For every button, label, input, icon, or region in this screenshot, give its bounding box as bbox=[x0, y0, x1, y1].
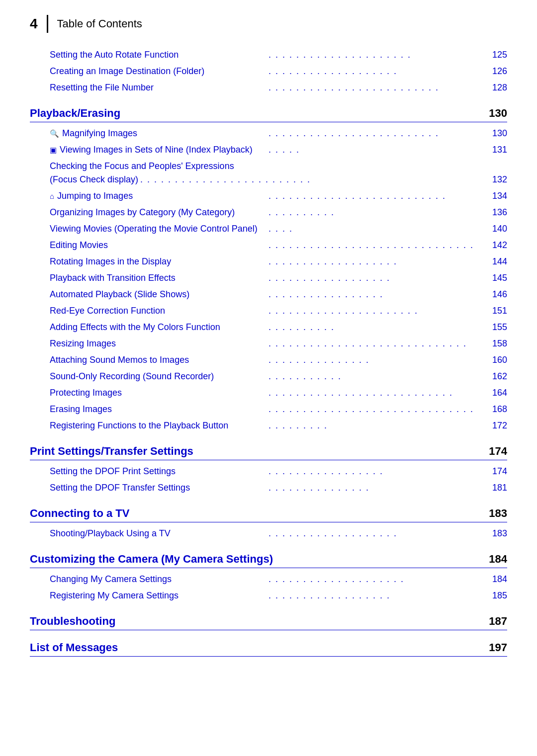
entry-text: Shooting/Playback Using a TV bbox=[50, 527, 267, 540]
dots: . . . . . . . . . . . . . . . . . . bbox=[268, 589, 485, 602]
dots: . . . . . . . . . . . . . . . . . . . . … bbox=[268, 386, 485, 400]
list-item: Viewing Movies (Operating the Movie Cont… bbox=[30, 221, 507, 237]
section-connecting-tv: Connecting to a TV 183 bbox=[30, 507, 507, 522]
entry-text: Sound-Only Recording (Sound Recorder) bbox=[50, 370, 267, 383]
section-title: Troubleshooting bbox=[30, 615, 115, 628]
entry-page: 128 bbox=[487, 81, 507, 94]
section-title: Customizing the Camera (My Camera Settin… bbox=[30, 553, 273, 566]
entry-page: 144 bbox=[487, 255, 507, 268]
dots: . . . . . . . . . . . . . . . bbox=[268, 353, 485, 367]
entry-page: 145 bbox=[487, 271, 507, 285]
dots: . . . . . . . . . . . bbox=[268, 370, 485, 383]
list-item: Resizing Images . . . . . . . . . . . . … bbox=[30, 336, 507, 352]
entry-text: Changing My Camera Settings bbox=[50, 573, 267, 586]
list-item: ⌂ Jumping to Images . . . . . . . . . . … bbox=[30, 188, 507, 204]
entry-page: 126 bbox=[487, 65, 507, 78]
home-icon: ⌂ bbox=[50, 191, 54, 202]
dots: . . . . . . . . . . bbox=[268, 321, 485, 334]
dots: . . . . . . . . . . . . . . . . . bbox=[268, 465, 485, 478]
entry-page: 130 bbox=[487, 127, 507, 140]
list-item: Protecting Images . . . . . . . . . . . … bbox=[30, 385, 507, 401]
list-item: Setting the DPOF Print Settings . . . . … bbox=[30, 463, 507, 480]
entry-page: 142 bbox=[487, 239, 507, 252]
entry-page: 168 bbox=[487, 403, 507, 416]
dots: . . . . . . . . . . . . . . . . . . . . bbox=[268, 573, 485, 586]
grid-icon: ▣ bbox=[50, 145, 57, 156]
section-title: Print Settings/Transfer Settings bbox=[30, 445, 193, 458]
entry-text: Magnifying Images bbox=[62, 127, 267, 140]
entry-text: Erasing Images bbox=[50, 403, 267, 416]
search-icon: 🔍 bbox=[50, 128, 59, 140]
dots: . . . . . . . . . . . . . . . . . . . . … bbox=[268, 127, 485, 140]
toc-section: Setting the Auto Rotate Function . . . .… bbox=[30, 47, 507, 657]
entry-left: ▣ Viewing Images in Sets of Nine (Index … bbox=[50, 143, 267, 157]
entry-text: Creating an Image Destination (Folder) bbox=[50, 65, 267, 78]
list-item: Registering My Camera Settings . . . . .… bbox=[30, 588, 507, 604]
section-print-settings: Print Settings/Transfer Settings 174 bbox=[30, 445, 507, 460]
entry-page: 185 bbox=[487, 589, 507, 602]
page-number: 4 bbox=[30, 16, 38, 32]
entry-page: 162 bbox=[487, 370, 507, 383]
list-item: Setting the DPOF Transfer Settings . . .… bbox=[30, 480, 507, 496]
entry-page: 155 bbox=[487, 321, 507, 334]
entry-page: 132 bbox=[487, 173, 507, 186]
section-page: 174 bbox=[489, 445, 507, 458]
dots: . . . . . . . . . . . . . . . . . . . bbox=[268, 527, 485, 540]
entry-text: Adding Effects with the My Colors Functi… bbox=[50, 321, 267, 334]
entry-page: 174 bbox=[487, 465, 507, 478]
entry-text-line1: Checking the Focus and Peoples' Expressi… bbox=[50, 160, 234, 173]
entry-page: 160 bbox=[487, 353, 507, 367]
dots: . . . . . . . . . . . . . . . bbox=[268, 481, 485, 495]
list-item: Checking the Focus and Peoples' Expressi… bbox=[30, 158, 507, 188]
entry-page: 134 bbox=[487, 189, 507, 203]
list-item: Sound-Only Recording (Sound Recorder) . … bbox=[30, 368, 507, 385]
header-title: Table of Contents bbox=[57, 17, 142, 30]
entry-text: Setting the DPOF Print Settings bbox=[50, 465, 267, 478]
list-item: Attaching Sound Memos to Images . . . . … bbox=[30, 352, 507, 368]
entry-page: 125 bbox=[487, 48, 507, 62]
section-title: Playback/Erasing bbox=[30, 107, 120, 120]
dots: . . . . . . . . . . . . . . . . . . . bbox=[268, 255, 485, 268]
list-item: Rotating Images in the Display . . . . .… bbox=[30, 253, 507, 270]
section-playback-erasing: Playback/Erasing 130 bbox=[30, 107, 507, 122]
list-item: Editing Movies . . . . . . . . . . . . .… bbox=[30, 237, 507, 253]
entry-page: 136 bbox=[487, 206, 507, 219]
dots: . . . . . . . . . . . . . . . . . . . . … bbox=[268, 304, 485, 318]
section-list-of-messages: List of Messages 197 bbox=[30, 641, 507, 657]
list-item: Resetting the File Number . . . . . . . … bbox=[30, 80, 507, 96]
list-item: Setting the Auto Rotate Function . . . .… bbox=[30, 47, 507, 63]
entry-text: Jumping to Images bbox=[57, 189, 267, 203]
entry-page: 146 bbox=[487, 288, 507, 301]
entry-page: 183 bbox=[487, 527, 507, 540]
entry-text: Playback with Transition Effects bbox=[50, 271, 267, 285]
list-item: Registering Functions to the Playback Bu… bbox=[30, 418, 507, 434]
dots: . . . . . . . . . bbox=[268, 419, 485, 432]
entry-text: Red-Eye Correction Function bbox=[50, 304, 267, 318]
section-page: 184 bbox=[489, 553, 507, 566]
section-page: 130 bbox=[489, 107, 507, 120]
section-page: 197 bbox=[489, 641, 507, 654]
dots: . . . . . . . . . . . . . . . . . . . . … bbox=[140, 173, 485, 186]
section-title: List of Messages bbox=[30, 641, 118, 654]
entry-text: Organizing Images by Category (My Catego… bbox=[50, 206, 267, 219]
entry-text: Rotating Images in the Display bbox=[50, 255, 267, 268]
list-item: Shooting/Playback Using a TV . . . . . .… bbox=[30, 525, 507, 542]
dots: . . . . . . . . . . . . . . . . . . . . … bbox=[268, 189, 485, 203]
dots: . . . . . . . . . . . . . . . . . . . . … bbox=[268, 239, 485, 252]
header-divider bbox=[47, 15, 48, 33]
list-item: Automated Playback (Slide Shows) . . . .… bbox=[30, 286, 507, 303]
entry-page: 164 bbox=[487, 386, 507, 400]
entry-text: Automated Playback (Slide Shows) bbox=[50, 288, 267, 301]
list-item: Playback with Transition Effects . . . .… bbox=[30, 270, 507, 286]
entry-text: Setting the DPOF Transfer Settings bbox=[50, 481, 267, 495]
entry-page: 158 bbox=[487, 337, 507, 350]
entry-text: Resizing Images bbox=[50, 337, 267, 350]
entry-page: 131 bbox=[487, 143, 507, 157]
entry-text: Registering Functions to the Playback Bu… bbox=[50, 419, 267, 432]
list-item: ▣ Viewing Images in Sets of Nine (Index … bbox=[30, 142, 507, 158]
entry-left: ⌂ Jumping to Images bbox=[50, 189, 267, 203]
dots: . . . . . bbox=[268, 143, 485, 157]
entry-text: Setting the Auto Rotate Function bbox=[50, 48, 267, 62]
section-page: 187 bbox=[489, 615, 507, 628]
dots: . . . . . . . . . . . . . . . . . . . . … bbox=[268, 48, 485, 62]
